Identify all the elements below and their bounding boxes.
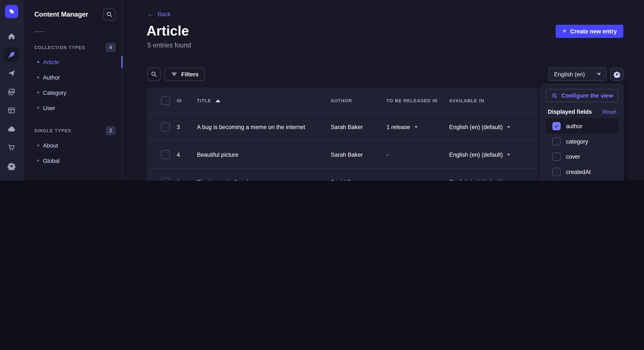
create-label: Create new entry xyxy=(570,28,617,35)
rail-divider xyxy=(0,23,24,24)
plus-icon: + xyxy=(562,28,566,35)
layout-icon[interactable] xyxy=(4,103,19,118)
cell-release[interactable]: - xyxy=(386,151,449,158)
reset-link[interactable]: Reset xyxy=(602,109,616,115)
bullet-icon xyxy=(37,160,39,162)
check-icon xyxy=(554,123,559,129)
field-toggle-row[interactable]: author xyxy=(546,118,618,134)
gear-icon xyxy=(613,71,620,78)
row-checkbox[interactable] xyxy=(161,177,170,180)
page-title: Article xyxy=(146,23,189,39)
chevron-down-icon xyxy=(597,73,601,75)
sidebar-item-label: Article xyxy=(43,59,59,65)
single-items: About Global xyxy=(24,138,122,168)
home-icon[interactable] xyxy=(4,29,19,44)
cell-title: The internet's Own boy xyxy=(197,179,331,180)
cloud-icon[interactable] xyxy=(4,122,19,137)
cell-author: David Doe xyxy=(331,179,386,180)
field-label: category xyxy=(566,138,588,144)
sidebar-item-label: Global xyxy=(43,157,60,164)
column-header-title[interactable]: TITLE xyxy=(197,98,331,103)
field-label: cover xyxy=(566,153,580,160)
main-nav-rail: KD xyxy=(0,0,24,180)
field-label: createdAt xyxy=(566,169,591,175)
collection-items: Article Author Category xyxy=(24,54,122,116)
gear-icon[interactable] xyxy=(4,159,19,174)
back-link[interactable]: ← Back xyxy=(147,11,170,17)
sidebar-item-label: Author xyxy=(43,74,60,81)
field-checkbox[interactable] xyxy=(552,137,561,146)
search-icon[interactable] xyxy=(103,8,116,21)
field-label: author xyxy=(566,123,582,129)
field-toggle-row[interactable]: createdBy xyxy=(546,179,618,180)
field-toggle-row[interactable]: category xyxy=(546,134,618,149)
fields-list: author category cover xyxy=(546,118,618,180)
images-icon[interactable] xyxy=(4,84,19,99)
paper-plane-icon[interactable] xyxy=(4,66,19,81)
bullet-icon xyxy=(37,144,39,146)
bullet-icon xyxy=(37,91,39,94)
section-single-types: SINGLE TYPES 2 About Global xyxy=(24,126,122,168)
search-icon[interactable] xyxy=(147,68,160,81)
section-label: SINGLE TYPES xyxy=(34,128,71,133)
sidebar-item-label: Category xyxy=(43,89,66,96)
cell-release[interactable]: - xyxy=(386,179,449,180)
subnav-divider xyxy=(34,31,44,32)
filters-label: Filters xyxy=(181,71,198,77)
strapi-logo-icon xyxy=(8,8,15,15)
subnav-title: Content Manager xyxy=(34,11,88,18)
bullet-icon xyxy=(37,61,39,63)
view-settings-button[interactable] xyxy=(610,68,623,81)
app-window: KD Content Manager COLLECTION TYPES 4 Ar… xyxy=(0,0,644,180)
sidebar-item-label: About xyxy=(43,142,58,149)
sidebar-item[interactable]: Category xyxy=(24,85,122,100)
sidebar-item[interactable]: Global xyxy=(24,153,122,168)
field-toggle-row[interactable]: cover xyxy=(546,149,618,164)
select-all-checkbox[interactable] xyxy=(161,96,170,105)
configure-icon xyxy=(551,92,558,99)
cell-author: Sarah Baker xyxy=(331,151,386,158)
chevron-down-icon xyxy=(507,154,510,156)
cart-icon[interactable] xyxy=(4,140,19,155)
displayed-fields-title: Displayed fields xyxy=(548,108,592,115)
section-collection-types: COLLECTION TYPES 4 Article Author xyxy=(24,43,122,116)
column-header-author[interactable]: AUTHOR xyxy=(331,98,386,103)
row-checkbox[interactable] xyxy=(161,150,170,159)
content-manager-icon[interactable] xyxy=(4,47,19,62)
bullet-icon xyxy=(37,76,39,78)
strapi-logo[interactable] xyxy=(5,5,18,18)
field-checkbox[interactable] xyxy=(552,122,561,130)
sidebar-item[interactable]: Author xyxy=(24,70,122,85)
sidebar-item[interactable]: Article xyxy=(24,54,122,70)
column-header-release[interactable]: TO BE RELEASED IN xyxy=(386,98,449,103)
create-new-entry-button[interactable]: + Create new entry xyxy=(556,25,623,38)
bullet-icon xyxy=(37,107,39,109)
toolbar: Filters English (en) xyxy=(147,68,623,81)
cell-id: 4 xyxy=(177,151,197,158)
cell-id: 3 xyxy=(177,124,197,130)
subnav: Content Manager COLLECTION TYPES 4 Artic… xyxy=(24,0,122,180)
back-label: Back xyxy=(158,11,170,17)
sidebar-item[interactable]: User xyxy=(24,100,122,116)
main-content: ← Back Article 5 entries found + Create … xyxy=(123,0,644,180)
cell-author: Sarah Baker xyxy=(331,124,386,130)
sidebar-item-label: User xyxy=(43,104,55,111)
locale-value: English (en) xyxy=(554,71,585,77)
view-settings-popover: Configure the view Displayed fields Rese… xyxy=(541,84,623,180)
field-toggle-row[interactable]: createdAt xyxy=(546,164,618,179)
section-count-badge: 4 xyxy=(106,43,116,52)
locale-select[interactable]: English (en) xyxy=(548,68,606,81)
field-checkbox[interactable] xyxy=(552,168,561,176)
sidebar-item[interactable]: About xyxy=(24,138,122,153)
column-header-id[interactable]: ID xyxy=(177,98,197,103)
entries-count: 5 entries found xyxy=(147,42,191,49)
field-checkbox[interactable] xyxy=(552,152,561,161)
configure-view-button[interactable]: Configure the view xyxy=(546,89,618,102)
cell-release[interactable]: 1 release xyxy=(386,124,449,130)
chevron-down-icon xyxy=(507,126,510,128)
section-count-badge: 2 xyxy=(106,126,116,135)
filters-button[interactable]: Filters xyxy=(164,68,205,81)
row-checkbox[interactable] xyxy=(161,123,170,132)
sort-ascending-icon xyxy=(215,99,220,102)
cell-title: Beautiful picture xyxy=(197,151,331,158)
